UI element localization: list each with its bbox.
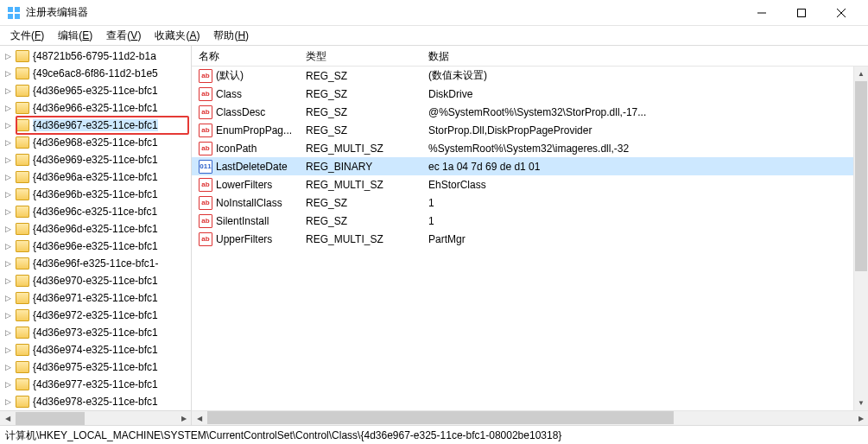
list-row[interactable]: abEnumPropPag...REG_SZStorProp.Dll,DiskP… [192, 121, 868, 139]
tree-item[interactable]: ▷{4d36e965-e325-11ce-bfc1 [0, 82, 191, 99]
folder-icon [16, 154, 29, 166]
chevron-right-icon[interactable]: ▷ [5, 138, 14, 147]
tree-view[interactable]: ▷{48721b56-6795-11d2-b1a▷{49ce6ac8-6f86-… [0, 46, 191, 410]
tree-item[interactable]: ▷{4d36e977-e325-11ce-bfc1 [0, 376, 191, 393]
tree-hscrollbar[interactable]: ◀ ▶ [0, 410, 191, 425]
col-header-data[interactable]: 数据 [421, 46, 868, 66]
chevron-right-icon[interactable]: ▷ [5, 311, 14, 320]
minimize-button[interactable] [742, 0, 782, 26]
tree-item-label: {4d36e96f-e325-11ce-bfc1- [33, 257, 158, 270]
col-header-type[interactable]: 类型 [299, 46, 421, 66]
chevron-right-icon[interactable]: ▷ [5, 328, 14, 337]
tree-item[interactable]: ▷{4d36e96c-e325-11ce-bfc1 [0, 203, 191, 220]
list-row[interactable]: abClassREG_SZDiskDrive [192, 85, 868, 103]
list-row[interactable]: ab(默认)REG_SZ(数值未设置) [192, 67, 868, 85]
col-header-name[interactable]: 名称 [192, 46, 299, 66]
string-value-icon: ab [199, 196, 212, 210]
menu-favorites[interactable]: 收藏夹(A) [148, 27, 206, 45]
tree-item[interactable]: ▷{4d36e96d-e325-11ce-bfc1 [0, 220, 191, 238]
list-row[interactable]: 011LastDeleteDateREG_BINARYec 1a 04 7d 6… [192, 157, 868, 175]
tree-item-label: {4d36e96c-e325-11ce-bfc1 [33, 206, 157, 218]
maximize-button[interactable] [782, 0, 821, 26]
menu-view[interactable]: 查看(V) [99, 27, 148, 45]
scroll-thumb[interactable] [855, 81, 867, 271]
tree-item[interactable]: ▷{4d36e96b-e325-11ce-bfc1 [0, 186, 191, 203]
tree-item[interactable]: ▷{4d36e972-e325-11ce-bfc1 [0, 307, 191, 324]
chevron-right-icon[interactable]: ▷ [5, 363, 14, 371]
tree-item[interactable]: ▷{4d36e96a-e325-11ce-bfc1 [0, 168, 191, 186]
cell-type: REG_SZ [299, 88, 421, 100]
list-row[interactable]: abClassDescREG_SZ@%SystemRoot%\System32\… [192, 103, 868, 121]
tree-item[interactable]: ▷{4d36e968-e325-11ce-bfc1 [0, 134, 191, 151]
list-row[interactable]: abLowerFiltersREG_MULTI_SZEhStorClass [192, 175, 868, 193]
cell-type: REG_MULTI_SZ [299, 179, 421, 191]
chevron-right-icon[interactable]: ▷ [5, 86, 14, 95]
app-icon [7, 6, 21, 20]
list-row[interactable]: abSilentInstallREG_SZ1 [192, 212, 868, 230]
string-value-icon: ab [199, 232, 212, 246]
string-value-icon: ab [199, 105, 212, 119]
cell-name: abSilentInstall [192, 214, 299, 228]
string-value-icon: ab [199, 87, 212, 101]
chevron-right-icon[interactable]: ▷ [5, 380, 14, 389]
tree-item-label: {4d36e965-e325-11ce-bfc1 [33, 85, 158, 97]
chevron-right-icon[interactable]: ▷ [5, 346, 14, 354]
cell-data: (数值未设置) [421, 68, 868, 83]
string-value-icon: ab [199, 142, 212, 155]
scroll-thumb[interactable] [16, 412, 85, 425]
value-name: LastDeleteDate [216, 161, 288, 173]
chevron-right-icon[interactable]: ▷ [5, 121, 14, 130]
tree-item[interactable]: ▷{4d36e96e-e325-11ce-bfc1 [0, 238, 191, 255]
list-row[interactable]: abUpperFiltersREG_MULTI_SZPartMgr [192, 230, 868, 248]
chevron-right-icon[interactable]: ▷ [5, 104, 14, 112]
folder-icon [16, 378, 29, 390]
cell-type: REG_SZ [299, 197, 421, 209]
chevron-right-icon[interactable]: ▷ [5, 52, 14, 60]
scroll-up-icon[interactable]: ▲ [854, 67, 868, 81]
tree-item[interactable]: ▷{4d36e96f-e325-11ce-bfc1- [0, 255, 191, 272]
chevron-right-icon[interactable]: ▷ [5, 207, 14, 216]
folder-icon [16, 119, 29, 131]
chevron-right-icon[interactable]: ▷ [5, 259, 14, 268]
menu-file[interactable]: 文件(F) [3, 27, 51, 45]
tree-item[interactable]: ▷{4d36e971-e325-11ce-bfc1 [0, 289, 191, 307]
scroll-thumb[interactable] [207, 411, 674, 424]
list-view[interactable]: ab(默认)REG_SZ(数值未设置)abClassREG_SZDiskDriv… [192, 67, 868, 410]
tree-item[interactable]: ▷{49ce6ac8-6f86-11d2-b1e5 [0, 65, 191, 82]
scroll-down-icon[interactable]: ▼ [854, 396, 868, 410]
chevron-right-icon[interactable]: ▷ [5, 173, 14, 181]
scroll-right-icon[interactable]: ▶ [853, 411, 868, 425]
list-vscrollbar[interactable]: ▲ ▼ [853, 67, 868, 410]
chevron-right-icon[interactable]: ▷ [5, 276, 14, 285]
chevron-right-icon[interactable]: ▷ [5, 69, 14, 78]
scroll-left-icon[interactable]: ◀ [0, 411, 15, 426]
cell-type: REG_BINARY [299, 161, 421, 173]
scroll-right-icon[interactable]: ▶ [176, 411, 191, 426]
tree-item[interactable]: ▷{48721b56-6795-11d2-b1a [0, 48, 191, 65]
tree-item[interactable]: ▷{4d36e967-e325-11ce-bfc1 [0, 117, 191, 134]
chevron-right-icon[interactable]: ▷ [5, 294, 14, 302]
list-row[interactable]: abIconPathREG_MULTI_SZ%SystemRoot%\Syste… [192, 139, 868, 157]
chevron-right-icon[interactable]: ▷ [5, 225, 14, 233]
cell-name: abUpperFilters [192, 232, 299, 246]
chevron-right-icon[interactable]: ▷ [5, 242, 14, 251]
tree-item[interactable]: ▷{4d36e969-e325-11ce-bfc1 [0, 151, 191, 168]
value-name: Class [216, 88, 242, 100]
tree-item[interactable]: ▷{4d36e966-e325-11ce-bfc1 [0, 99, 191, 117]
scroll-left-icon[interactable]: ◀ [192, 411, 206, 425]
tree-item[interactable]: ▷{4d36e973-e325-11ce-bfc1 [0, 324, 191, 341]
list-hscrollbar[interactable]: ◀ ▶ [192, 410, 868, 425]
tree-item[interactable]: ▷{4d36e975-e325-11ce-bfc1 [0, 358, 191, 376]
chevron-right-icon[interactable]: ▷ [5, 155, 14, 164]
close-button[interactable] [821, 0, 861, 26]
list-row[interactable]: abNoInstallClassREG_SZ1 [192, 193, 868, 212]
cell-name: abClass [192, 87, 299, 101]
chevron-right-icon[interactable]: ▷ [5, 397, 14, 406]
tree-item[interactable]: ▷{4d36e970-e325-11ce-bfc1 [0, 272, 191, 289]
tree-item[interactable]: ▷{4d36e978-e325-11ce-bfc1 [0, 393, 191, 410]
string-value-icon: ab [199, 69, 212, 83]
menu-help[interactable]: 帮助(H) [206, 27, 256, 45]
chevron-right-icon[interactable]: ▷ [5, 190, 14, 199]
menu-edit[interactable]: 编辑(E) [51, 27, 99, 45]
tree-item[interactable]: ▷{4d36e974-e325-11ce-bfc1 [0, 341, 191, 358]
